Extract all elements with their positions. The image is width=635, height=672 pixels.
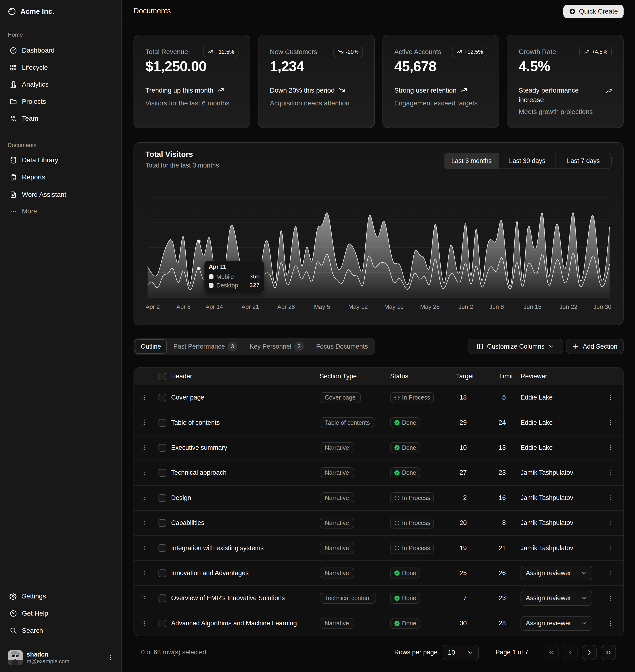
svg-text:Jun 15: Jun 15	[524, 304, 542, 310]
svg-text:Apr 8: Apr 8	[176, 304, 191, 310]
svg-text:May 5: May 5	[314, 304, 330, 310]
svg-text:Jun 8: Jun 8	[489, 304, 504, 310]
svg-text:Apr 28: Apr 28	[277, 304, 295, 310]
svg-text:Apr 21: Apr 21	[242, 304, 259, 310]
svg-text:Jun 2: Jun 2	[459, 304, 473, 310]
svg-text:Apr 14: Apr 14	[206, 304, 223, 310]
svg-text:Apr 2: Apr 2	[146, 304, 160, 310]
svg-text:May 12: May 12	[348, 304, 368, 310]
svg-text:May 26: May 26	[420, 304, 440, 310]
svg-text:Jun 22: Jun 22	[560, 304, 577, 310]
svg-text:Jun 30: Jun 30	[593, 304, 611, 310]
svg-text:May 19: May 19	[384, 304, 404, 310]
